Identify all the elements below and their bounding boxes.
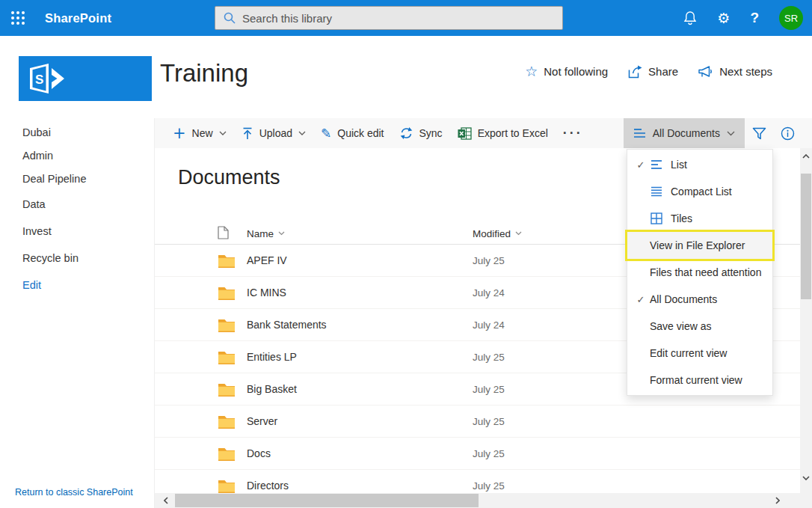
search-icon [224,12,236,24]
info-icon [781,126,795,141]
item-name[interactable]: APEF IV [247,254,473,266]
item-modified: July 25 [473,448,800,459]
menu-item-all-documents[interactable]: ✓ All Documents [627,286,772,313]
compact-list-icon [650,186,662,197]
search-input[interactable] [242,12,554,25]
chevron-down-icon [298,131,306,135]
tiles-icon [650,212,662,224]
sync-label: Sync [419,127,443,139]
item-modified: July 25 [473,416,800,427]
item-name[interactable]: Bank Statements [247,319,473,331]
export-to-excel-button[interactable]: Export to Excel [450,118,556,148]
item-name[interactable]: Entities LP [247,351,473,363]
export-label: Export to Excel [478,127,548,139]
command-bar: + New Upload ✎ Quick edit Sync [155,118,812,148]
filter-funnel-icon [752,127,766,140]
suite-bar: SharePoint ⚙ ? SR [0,0,812,36]
avatar[interactable]: SR [779,6,803,30]
scroll-up-icon[interactable] [802,154,810,159]
more-commands-button[interactable]: ··· [556,118,591,148]
folder-icon [218,382,236,397]
list-icon [650,159,662,170]
upload-label: Upload [259,127,292,139]
menu-item-list[interactable]: ✓ List [627,151,772,178]
folder-icon [218,286,236,300]
view-selector-button[interactable]: All Documents [624,118,745,148]
app-launcher-waffle-icon[interactable] [0,0,36,36]
sort-chevron-icon [278,231,285,236]
sharepoint-site-logo[interactable]: S [19,56,152,101]
upload-icon [242,127,253,140]
menu-item-tiles[interactable]: Tiles [627,205,772,232]
scroll-right-icon[interactable] [775,497,780,504]
brand-label: SharePoint [45,11,111,25]
sidebar-item-deal-pipeline[interactable]: Deal Pipeline [22,168,154,191]
sort-chevron-icon [515,231,522,236]
item-name[interactable]: Server [247,415,473,427]
sidebar-item-recycle-bin[interactable]: Recycle bin [22,245,154,272]
sidebar-item-admin[interactable]: Admin [22,144,154,168]
vertical-scrollbar-thumb[interactable] [801,174,811,299]
item-name[interactable]: Big Basket [247,383,473,395]
sync-button[interactable]: Sync [392,118,450,148]
menu-item-save-view-as[interactable]: Save view as [627,313,772,340]
horizontal-scrollbar-thumb[interactable] [175,494,479,507]
follow-button[interactable]: ☆ Not following [525,64,608,79]
menu-item-files-that-need-attention[interactable]: Files that need attention [627,259,772,286]
upload-button[interactable]: Upload [234,118,313,148]
plus-icon: + [173,126,186,141]
checkmark-icon: ✓ [634,295,648,305]
sidebar-item-invest[interactable]: Invest [22,218,154,245]
help-icon[interactable]: ? [750,10,759,26]
file-type-column-icon[interactable] [218,226,229,239]
sidebar-item-data[interactable]: Data [22,191,154,218]
next-steps-button[interactable]: Next steps [698,65,772,78]
star-icon: ☆ [525,64,538,79]
folder-icon [218,479,236,493]
menu-item-format-current-view[interactable]: Format current view [627,367,772,394]
table-row[interactable]: Server July 25 [155,406,800,438]
menu-item-compact-list[interactable]: Compact List [627,178,772,205]
quick-edit-button[interactable]: ✎ Quick edit [313,118,392,148]
pencil-icon: ✎ [321,127,331,140]
folder-icon [218,350,236,364]
menu-item-edit-current-view[interactable]: Edit current view [627,340,772,367]
folder-icon [218,318,236,332]
scroll-left-icon[interactable] [164,497,168,504]
menu-item-view-in-file-explorer[interactable]: View in File Explorer [627,232,772,259]
new-button[interactable]: + New [165,118,234,148]
item-name[interactable]: IC MINS [247,287,473,299]
search-box[interactable] [215,6,563,30]
new-label: New [192,127,213,139]
ellipsis-icon: ··· [563,126,583,141]
filter-button[interactable] [745,118,773,148]
megaphone-icon [698,66,713,78]
view-selector-label: All Documents [653,127,720,139]
share-button[interactable]: Share [627,65,678,79]
item-modified: July 25 [473,480,800,492]
checkmark-icon: ✓ [634,160,648,170]
scroll-down-icon[interactable] [802,476,810,480]
excel-icon [458,127,472,140]
item-name[interactable]: Docs [247,447,473,459]
folder-icon [218,414,236,429]
sidebar-item-edit[interactable]: Edit [22,272,154,299]
details-info-button[interactable] [773,118,802,148]
page-title: Training [160,59,248,88]
return-to-classic-link[interactable]: Return to classic SharePoint [15,487,133,498]
chevron-down-icon [219,131,227,135]
follow-label: Not following [544,65,608,78]
settings-gear-icon[interactable]: ⚙ [717,11,730,25]
vertical-scrollbar[interactable] [800,148,812,508]
view-options-menu: ✓ List Compact List Tiles View in File E… [627,149,773,396]
table-row[interactable]: Directors July 25 [155,470,800,493]
folder-icon [218,447,236,461]
column-header-name[interactable]: Name [247,228,473,239]
quick-edit-label: Quick edit [337,127,384,139]
sidebar-item-dubai[interactable]: Dubai [22,121,154,144]
notifications-bell-icon[interactable] [683,10,697,25]
horizontal-scrollbar[interactable] [155,493,800,508]
table-row[interactable]: Docs July 25 [155,438,800,470]
sidebar: Dubai Admin Deal Pipeline Data Invest Re… [0,118,155,508]
item-name[interactable]: Directors [247,480,473,492]
